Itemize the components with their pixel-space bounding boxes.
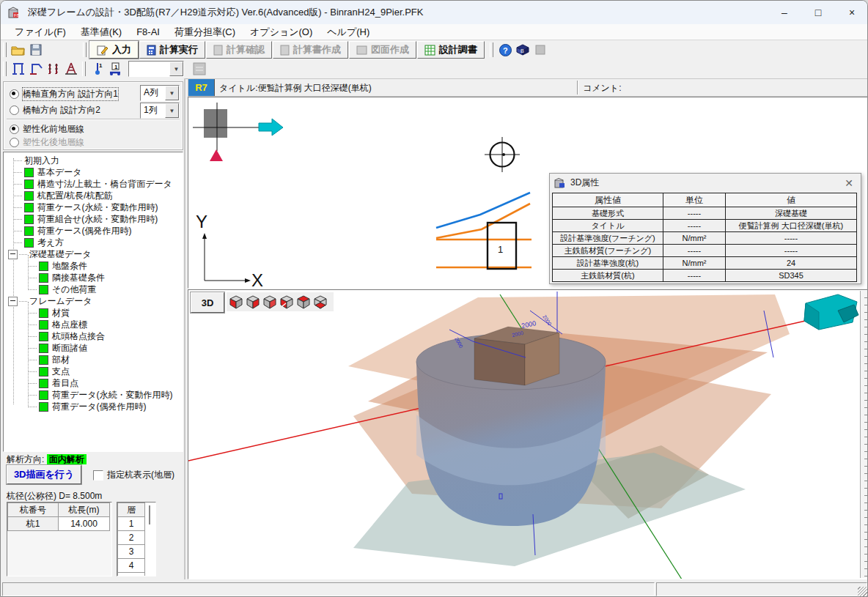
menu-load-share[interactable]: 荷重分担率(C) — [168, 24, 242, 40]
viewer-3d-icon[interactable]: B — [515, 42, 531, 58]
dialog-close-icon[interactable]: ✕ — [842, 177, 856, 189]
radio-direction-1[interactable]: 橋軸直角方向 設計方向1 — [10, 88, 118, 100]
view-3d-pane[interactable]: 2000 2000 2000 2000 3D — [188, 289, 868, 579]
r7-tab[interactable]: R7 — [188, 79, 215, 96]
row-select[interactable]: 1列 ▼ — [140, 103, 180, 119]
radio-layer-before[interactable]: 塑性化前地層線 — [10, 123, 84, 136]
show-pile-option[interactable]: 指定杭表示(地層) — [93, 469, 174, 481]
layer-cell[interactable]: 4 — [118, 559, 145, 573]
menu-f8-ai[interactable]: F8-AI — [130, 25, 166, 39]
cube-bottom-red-icon[interactable] — [313, 294, 328, 309]
pile-section-number: 1 — [498, 244, 503, 255]
close-button[interactable]: × — [835, 1, 868, 24]
tree-item[interactable]: 基本データ — [8, 166, 183, 178]
cube-top-red-icon[interactable] — [296, 294, 311, 309]
member-number-icon[interactable]: 1 — [107, 61, 123, 77]
tree-item[interactable]: 断面諸値 — [8, 342, 183, 354]
tree-item[interactable]: 初期入力 — [8, 155, 183, 166]
tree-item[interactable]: 格点座標 — [8, 319, 183, 330]
table-row: 杭1 14.000 — [8, 517, 110, 531]
layer-cell[interactable]: 2 — [118, 531, 145, 545]
save-file-icon[interactable] — [28, 42, 44, 58]
window-controls: – □ × — [768, 1, 868, 24]
open-file-icon[interactable] — [10, 42, 26, 58]
unit-col-header: 単位 — [663, 193, 726, 207]
cube-back-red-icon[interactable] — [279, 294, 294, 309]
calc-run-button[interactable]: 計算実行 — [139, 41, 205, 59]
cube-right-red-icon[interactable] — [246, 294, 260, 309]
menu-standard-values[interactable]: 基準値(K) — [74, 24, 128, 40]
drawing-icon — [356, 45, 367, 55]
draw-3d-button[interactable]: 3D描画を行う — [7, 465, 81, 484]
svg-text:B: B — [521, 48, 524, 53]
maximize-button[interactable]: □ — [801, 1, 835, 24]
report-icon — [280, 45, 290, 56]
collapse-icon[interactable] — [8, 250, 18, 259]
tree-item[interactable]: 杭頭格点接合 — [8, 330, 183, 342]
pile-length-cell[interactable]: 14.000 — [59, 517, 110, 531]
camera-gizmo[interactable] — [804, 294, 858, 330]
tree-item[interactable]: 支点 — [8, 366, 183, 377]
layer-cell[interactable]: 1 — [118, 517, 145, 531]
view-3d-mode-button[interactable]: 3D — [191, 292, 224, 313]
menu-options[interactable]: オプション(O) — [243, 24, 319, 40]
tree-item[interactable]: 構造寸法/上載土・橋台背面データ — [8, 178, 183, 190]
status-bar — [1, 580, 868, 597]
report-create-button: 計算書作成 — [273, 41, 348, 59]
tree-item[interactable]: 地盤条件 — [8, 260, 183, 272]
pile-group-icon[interactable] — [45, 61, 62, 77]
status-checkbox — [24, 226, 34, 236]
tree-item[interactable]: 着目点 — [8, 377, 183, 389]
attr-col-header: 属性値 — [553, 193, 663, 207]
tree-branch[interactable]: 深礎基礎データ — [8, 248, 183, 260]
tree-item[interactable]: 荷重組合せ(永続・変動作用時) — [8, 213, 183, 225]
input-tree: 初期入力 基本データ 構造寸法/上載土・橋台背面データ 杭配置/杭長/杭配筋 荷… — [3, 152, 183, 452]
tree-item[interactable]: 杭配置/杭長/杭配筋 — [8, 190, 183, 201]
radio-dot — [10, 89, 19, 99]
column-select[interactable]: A列 ▼ — [140, 85, 180, 101]
checkbox-icon[interactable] — [93, 470, 103, 481]
abutment-shape-icon[interactable] — [28, 61, 44, 77]
tree-item[interactable]: 考え方 — [8, 237, 183, 248]
help-icon[interactable]: ? — [497, 42, 513, 58]
dialog-title-bar[interactable]: 3D属性 ✕ — [550, 174, 861, 192]
status-checkbox — [24, 238, 34, 248]
analysis-direction: 解析方向: 面内解析 — [7, 453, 87, 466]
tree-item[interactable]: 隣接基礎条件 — [8, 272, 183, 283]
design-record-button[interactable]: 設計調書 — [417, 41, 485, 59]
tree-item[interactable]: 荷重ケース(偶発作用時) — [8, 225, 183, 237]
support-point-icon[interactable]: 1 — [89, 61, 106, 77]
table-row: - — [118, 573, 145, 577]
pile-row-header[interactable]: 杭1 — [8, 517, 59, 531]
tree-item[interactable]: その他荷重 — [8, 283, 183, 295]
axis-x-label: X — [251, 270, 263, 288]
menu-file[interactable]: ファイル(F) — [8, 24, 73, 40]
radio-direction-2[interactable]: 橋軸方向 設計方向2 — [10, 104, 100, 116]
status-checkbox — [39, 273, 48, 283]
cube-front-red-icon[interactable] — [262, 294, 277, 309]
collapse-icon[interactable] — [8, 297, 18, 306]
attributes-dialog: 3D属性 ✕ 属性値 単位 値 基礎形式-----深礎基礎 タイトル-----便… — [549, 173, 861, 284]
tree-branch[interactable]: フレームデータ — [8, 295, 183, 307]
layer-cell[interactable]: - — [118, 573, 145, 577]
tree-item[interactable]: 材質 — [8, 307, 183, 319]
tree-item[interactable]: 部材 — [8, 354, 183, 366]
pier-shape-icon[interactable] — [10, 61, 26, 77]
svg-text:1: 1 — [99, 62, 103, 69]
tree-item[interactable]: 荷重ケース(永続・変動作用時) — [8, 201, 183, 213]
tree-item[interactable]: 荷重データ(偶発作用時) — [8, 401, 183, 412]
scrollbar-thumb[interactable] — [149, 505, 150, 524]
layer-cell[interactable]: 3 — [118, 545, 145, 559]
input-mode-button[interactable]: 入力 — [89, 41, 139, 59]
status-checkbox — [24, 191, 34, 201]
cube-left-red-icon[interactable] — [229, 294, 243, 309]
tower-frame-icon[interactable] — [63, 61, 79, 77]
plan-view-pane[interactable]: Y X 1 3D属性 ✕ — [188, 97, 868, 289]
selection-dropdown[interactable]: ▼ — [128, 61, 184, 77]
status-checkbox — [39, 320, 48, 330]
menu-help[interactable]: ヘルプ(H) — [320, 24, 376, 40]
view-scale-ruler[interactable] — [860, 291, 867, 578]
resize-grip[interactable] — [858, 587, 867, 596]
minimize-button[interactable]: – — [768, 1, 801, 24]
tree-item[interactable]: 荷重データ(永続・変動作用時) — [8, 389, 183, 401]
